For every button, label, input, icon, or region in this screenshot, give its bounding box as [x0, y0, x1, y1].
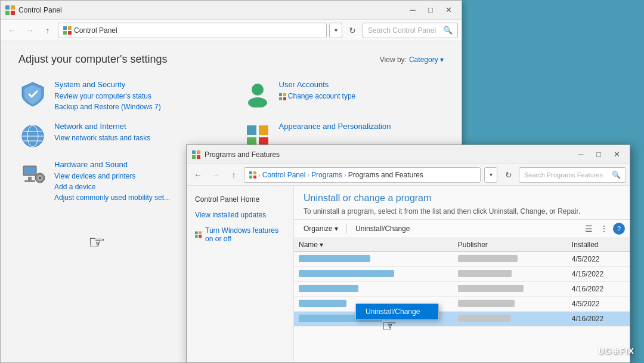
- network-text: Network and Internet View network status…: [54, 122, 150, 143]
- pf-help-button[interactable]: ?: [613, 223, 625, 235]
- cp-back-button[interactable]: ←: [4, 23, 20, 38]
- pf-row1-name: [294, 252, 453, 267]
- pf-window-title: Programs and Features: [205, 150, 572, 159]
- pf-sidebar-home-link[interactable]: Control Panel Home: [187, 192, 293, 207]
- cp-minimize-button[interactable]: ─: [404, 4, 421, 17]
- svg-point-8: [252, 84, 264, 96]
- cp-close-button[interactable]: ✕: [440, 4, 457, 17]
- pf-uninstall-change-button[interactable]: Uninstall/Change: [351, 223, 414, 235]
- svg-rect-40: [249, 171, 252, 174]
- pf-maximize-button[interactable]: □: [590, 148, 607, 161]
- pf-sidebar-installed-updates[interactable]: View installed updates: [187, 207, 293, 223]
- pf-view-details-button[interactable]: ⋮: [597, 222, 611, 235]
- pf-row4-date: 4/5/2022: [567, 297, 630, 312]
- table-row[interactable]: 4/15/2022: [294, 267, 630, 282]
- pf-toolbar-sep: [346, 224, 347, 233]
- pf-table: Name ▾ Publisher Installed: [294, 238, 630, 362]
- svg-rect-3: [11, 11, 15, 15]
- pf-col-publisher[interactable]: Publisher: [453, 238, 567, 252]
- svg-rect-26: [24, 180, 35, 182]
- pf-toolbar: Organize ▾ Uninstall/Change ☰ ⋮ ?: [294, 219, 630, 238]
- svg-rect-45: [199, 231, 202, 234]
- user-accounts-title[interactable]: User Accounts: [279, 80, 356, 89]
- pf-bc-programs[interactable]: Programs: [311, 171, 342, 179]
- pf-view-button[interactable]: ☰: [582, 222, 595, 235]
- cp-address-bar: ← → ↑ Control Panel ▾ ↻ Search Control P…: [1, 20, 462, 41]
- svg-rect-42: [249, 176, 252, 179]
- hardware-link-3[interactable]: Adjust commonly used mobility set...: [54, 192, 170, 203]
- cp-search-placeholder: Search Control Panel: [368, 26, 436, 35]
- cp-view-by: View by: Category ▾: [380, 56, 444, 64]
- svg-rect-37: [197, 150, 200, 154]
- system-security-link-1[interactable]: Review your computer's status: [54, 91, 161, 101]
- table-row[interactable]: 4/5/2022: [294, 252, 630, 267]
- cp-forward-button[interactable]: →: [22, 23, 38, 38]
- pf-row2-date: 4/15/2022: [567, 267, 630, 282]
- svg-rect-6: [63, 31, 67, 35]
- pf-address-bar: ← → ↑ › Control Panel › Programs › Progr…: [187, 164, 630, 186]
- pf-address-icon: [249, 171, 256, 179]
- user-accounts-icon: [243, 80, 272, 109]
- cp-view-by-link[interactable]: Category ▾: [409, 56, 444, 64]
- pf-organize-button[interactable]: Organize ▾: [299, 223, 343, 235]
- svg-rect-7: [68, 31, 72, 35]
- cp-window-controls: ─ □ ✕: [404, 4, 457, 17]
- cp-address-dropdown[interactable]: ▾: [329, 23, 342, 38]
- hardware-link-2[interactable]: Add a device: [54, 182, 170, 192]
- windows-features-icon: [195, 230, 202, 239]
- pf-bc-controlpanel[interactable]: Control Panel: [262, 171, 306, 179]
- pf-col-installed[interactable]: Installed: [567, 238, 630, 252]
- pf-programs-table: Name ▾ Publisher Installed: [294, 238, 630, 327]
- hardware-link-1[interactable]: View devices and printers: [54, 171, 170, 182]
- svg-rect-36: [192, 150, 196, 154]
- network-icon: [18, 122, 47, 150]
- cp-refresh-button[interactable]: ↻: [345, 23, 360, 38]
- pf-sidebar-windows-features[interactable]: Turn Windows features on or off: [187, 223, 293, 247]
- system-security-title[interactable]: System and Security: [54, 80, 161, 89]
- pf-row5-publisher: [453, 312, 567, 327]
- table-row[interactable]: 4/16/2022: [294, 282, 630, 297]
- pf-row3-date: 4/16/2022: [567, 282, 630, 297]
- system-security-link-2[interactable]: Backup and Restore (Windows 7): [54, 101, 161, 112]
- hardware-text: Hardware and Sound View devices and prin…: [54, 160, 170, 203]
- pf-breadcrumb[interactable]: › Control Panel › Programs › Programs an…: [244, 167, 481, 183]
- table-row[interactable]: 4/16/2022: [294, 312, 630, 327]
- cp-maximize-button[interactable]: □: [422, 4, 439, 17]
- cp-up-button[interactable]: ↑: [40, 23, 55, 38]
- pf-address-dropdown[interactable]: ▾: [484, 167, 497, 183]
- pf-row3-publisher: [453, 282, 567, 297]
- pf-refresh-button[interactable]: ↻: [501, 167, 516, 183]
- context-menu-uninstall[interactable]: Uninstall/Change: [356, 304, 438, 319]
- cp-search-box[interactable]: Search Control Panel 🔍: [363, 23, 458, 38]
- cp-window-title: Control Panel: [18, 6, 404, 14]
- svg-rect-4: [63, 26, 67, 30]
- svg-rect-1: [11, 5, 15, 10]
- cp-address-input[interactable]: Control Panel: [58, 23, 327, 38]
- appearance-title[interactable]: Appearance and Personalization: [279, 122, 391, 131]
- network-title[interactable]: Network and Internet: [54, 122, 150, 131]
- network-link-1[interactable]: View network status and tasks: [54, 133, 150, 143]
- user-accounts-link-1[interactable]: Change account type: [279, 91, 356, 101]
- pf-minimize-button[interactable]: ─: [572, 148, 589, 161]
- pf-close-button[interactable]: ✕: [608, 148, 625, 161]
- programs-features-window: Programs and Features ─ □ ✕ ← → ↑ › Cont…: [186, 144, 630, 363]
- pf-forward-button[interactable]: →: [208, 167, 224, 183]
- svg-point-29: [39, 177, 41, 179]
- pf-row2-publisher: [453, 267, 567, 282]
- pf-back-button[interactable]: ←: [190, 167, 206, 183]
- pf-main-desc: To uninstall a program, select it from t…: [304, 207, 620, 216]
- system-security-text: System and Security Review your computer…: [54, 80, 161, 112]
- pf-up-button[interactable]: ↑: [226, 167, 242, 183]
- table-row[interactable]: 4/5/2022: [294, 297, 630, 312]
- pf-col-name[interactable]: Name ▾: [294, 238, 453, 252]
- svg-rect-38: [192, 155, 196, 159]
- svg-rect-13: [283, 97, 286, 100]
- hardware-title[interactable]: Hardware and Sound: [54, 160, 170, 169]
- system-security-icon: [18, 80, 47, 109]
- pf-main-header: Uninstall or change a program To uninsta…: [294, 186, 630, 219]
- pf-search-box[interactable]: Search Programs Features 🔍: [519, 167, 626, 183]
- context-menu: Uninstall/Change: [355, 303, 439, 320]
- svg-rect-46: [195, 235, 198, 238]
- svg-point-9: [248, 97, 267, 107]
- pf-title-icon: [191, 150, 201, 159]
